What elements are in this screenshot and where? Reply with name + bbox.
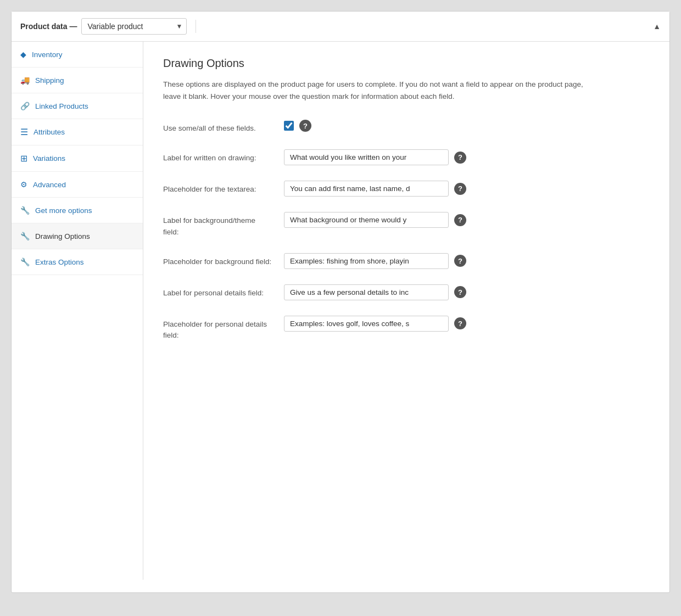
collapse-icon[interactable]: ▲ (653, 22, 661, 31)
sidebar-item-inventory[interactable]: Inventory (12, 42, 143, 68)
product-data-label: Product data — (20, 22, 77, 31)
sidebar-item-drawing-options-label: Drawing Options (35, 232, 90, 240)
product-data-box: Product data — Simple product Variable p… (11, 11, 670, 593)
list-icon (20, 127, 28, 137)
link-icon (20, 101, 30, 111)
sidebar-item-variations-label: Variations (33, 154, 65, 163)
help-icon-placeholder-textarea[interactable]: ? (454, 183, 466, 195)
field-row-placeholder-textarea: Placeholder for the textarea: ? (163, 181, 650, 197)
sidebar-item-advanced-label: Advanced (33, 181, 66, 189)
field-row-label-personal: Label for personal details field: ? (163, 284, 650, 300)
product-type-dropdown-wrapper: Simple product Variable product Grouped … (81, 18, 187, 35)
diamond-icon (20, 49, 26, 59)
help-icon-written[interactable]: ? (454, 152, 466, 164)
field-label-background: Label for background/theme field: (163, 212, 273, 238)
field-label-written: Label for written on drawing: (163, 149, 273, 164)
sidebar-item-linked-products[interactable]: Linked Products (12, 93, 143, 119)
field-label-use-fields: Use some/all of these fields. (163, 120, 273, 134)
truck-icon (20, 75, 30, 85)
help-icon-placeholder-personal[interactable]: ? (454, 317, 466, 329)
sidebar-item-linked-products-label: Linked Products (35, 102, 88, 110)
field-row-label-written: Label for written on drawing: ? (163, 149, 650, 165)
field-label-personal: Label for personal details field: (163, 284, 273, 299)
main-content: Drawing Options These options are displa… (143, 42, 669, 580)
help-icon-background[interactable]: ? (454, 214, 466, 226)
section-description: These options are displayed on the produ… (163, 79, 602, 102)
gear-icon (20, 180, 27, 189)
field-row-label-background: Label for background/theme field: ? (163, 212, 650, 238)
wrench3-icon (20, 257, 30, 267)
field-label-placeholder-background: Placeholder for background field: (163, 253, 273, 267)
input-label-background[interactable] (284, 212, 449, 228)
checkbox-group: ? (284, 120, 311, 132)
sidebar-item-get-more-options[interactable]: Get more options (12, 198, 143, 223)
wrench2-icon (20, 231, 30, 241)
section-title: Drawing Options (163, 57, 650, 70)
product-type-select[interactable]: Simple product Variable product Grouped … (81, 18, 187, 35)
field-row-placeholder-background: Placeholder for background field: ? (163, 253, 650, 269)
field-row-use-fields: Use some/all of these fields. ? (163, 120, 650, 134)
product-type-select-wrapper: Simple product Variable product Grouped … (81, 18, 200, 35)
header-divider (196, 20, 196, 33)
sidebar-item-advanced[interactable]: Advanced (12, 172, 143, 198)
sidebar-item-extras-options[interactable]: Extras Options (12, 249, 143, 275)
sidebar-item-inventory-label: Inventory (32, 51, 63, 59)
field-input-group-background: ? (284, 212, 466, 228)
input-label-written[interactable] (284, 149, 449, 165)
wrench-icon (20, 205, 30, 215)
sidebar-item-attributes[interactable]: Attributes (12, 119, 143, 145)
field-row-placeholder-personal: Placeholder for personal details field: … (163, 316, 650, 341)
input-placeholder-background[interactable] (284, 253, 449, 269)
sidebar-item-extras-options-label: Extras Options (35, 258, 84, 266)
sidebar-item-attributes-label: Attributes (34, 128, 65, 136)
input-label-personal[interactable] (284, 284, 449, 300)
field-input-group-placeholder-personal: ? (284, 316, 466, 332)
sidebar-item-shipping[interactable]: Shipping (12, 68, 143, 93)
sidebar: Inventory Shipping Linked Products Attri… (12, 42, 143, 580)
input-placeholder-textarea[interactable] (284, 181, 449, 197)
input-placeholder-personal[interactable] (284, 316, 449, 332)
use-fields-checkbox[interactable] (284, 121, 294, 131)
product-data-title-area: Product data — Simple product Variable p… (20, 18, 200, 35)
help-icon-placeholder-background[interactable]: ? (454, 255, 466, 267)
help-icon-use-fields[interactable]: ? (299, 120, 311, 132)
product-data-header: Product data — Simple product Variable p… (12, 12, 669, 42)
sidebar-item-shipping-label: Shipping (35, 76, 64, 85)
field-input-group-placeholder-textarea: ? (284, 181, 466, 197)
help-icon-personal[interactable]: ? (454, 286, 466, 298)
field-label-placeholder-personal: Placeholder for personal details field: (163, 316, 273, 341)
field-label-placeholder-textarea: Placeholder for the textarea: (163, 181, 273, 195)
sidebar-item-get-more-options-label: Get more options (35, 206, 92, 215)
field-input-group-personal: ? (284, 284, 466, 300)
product-data-body: Inventory Shipping Linked Products Attri… (12, 42, 669, 580)
sidebar-item-drawing-options[interactable]: Drawing Options (12, 223, 143, 249)
field-input-group-placeholder-background: ? (284, 253, 466, 269)
grid-icon (20, 153, 27, 164)
field-input-group-written: ? (284, 149, 466, 165)
sidebar-item-variations[interactable]: Variations (12, 145, 143, 172)
